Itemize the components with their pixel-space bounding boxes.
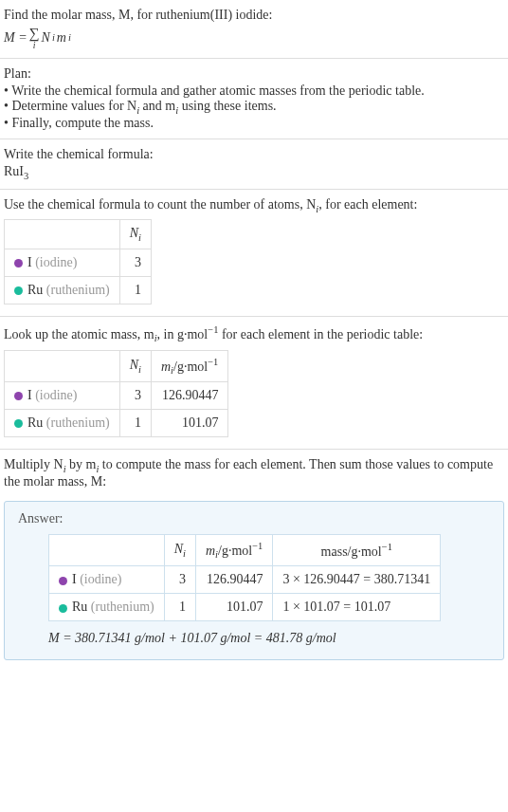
mass-calc: 1 × 101.07 = 101.07 bbox=[273, 594, 441, 621]
mass-header: mass/g·mol−1 bbox=[273, 534, 441, 565]
element-dot-icon bbox=[14, 259, 23, 268]
intro-section: Find the molar mass, M, for ruthenium(II… bbox=[0, 0, 508, 59]
step2-title-a: Use the chemical formula to count the nu… bbox=[4, 197, 316, 212]
plan-item-3: • Finally, compute the mass. bbox=[4, 116, 504, 131]
m-value: 126.90447 bbox=[151, 382, 227, 410]
plan-title: Plan: bbox=[4, 66, 504, 82]
elem-name: (iodine) bbox=[35, 255, 77, 269]
sigma-block: ∑ i bbox=[29, 25, 40, 50]
m-value: 126.90447 bbox=[195, 566, 272, 594]
elem-name: (ruthenium) bbox=[91, 600, 154, 614]
n-value: 3 bbox=[164, 566, 195, 594]
final-result: M = 380.71341 g/mol + 101.07 g/mol = 481… bbox=[48, 631, 490, 646]
table-row: Ru (ruthenium) 1 101.07 1 × 101.07 = 101… bbox=[49, 594, 441, 621]
sigma-symbol: ∑ bbox=[29, 25, 40, 41]
elem-name: (ruthenium) bbox=[46, 415, 110, 430]
element-cell: I (iodine) bbox=[5, 249, 120, 277]
step1-section: Write the chemical formula: RuI3 bbox=[0, 139, 508, 190]
step2-section: Use the chemical formula to count the nu… bbox=[0, 190, 508, 318]
answer-box: Answer: Ni mi/g·mol−1 mass/g·mol−1 I (io… bbox=[4, 501, 504, 660]
n-value: 3 bbox=[119, 249, 151, 277]
table-row: Ru (ruthenium) 1 bbox=[5, 277, 152, 304]
element-cell: Ru (ruthenium) bbox=[49, 594, 165, 621]
empty-header bbox=[5, 220, 120, 249]
element-cell: I (iodine) bbox=[5, 382, 120, 410]
m-header: mi/g·mol−1 bbox=[151, 350, 227, 381]
step4-title-a: Multiply N bbox=[4, 457, 64, 471]
table-row: I (iodine) 3 bbox=[5, 249, 152, 277]
atomic-mass-table: Ni mi/g·mol−1 I (iodine) 3 126.90447 Ru … bbox=[4, 350, 228, 437]
plan-item-1: • Write the chemical formula and gather … bbox=[4, 83, 504, 99]
intro-text: Find the molar mass, M, for ruthenium(II… bbox=[4, 8, 272, 22]
step3-title-c: for each element in the periodic table: bbox=[218, 327, 423, 341]
element-cell: I (iodine) bbox=[49, 566, 165, 594]
formula-base: RuI bbox=[4, 164, 24, 178]
n-header: Ni bbox=[119, 220, 151, 249]
elem-name: (iodine) bbox=[35, 388, 77, 402]
chemical-formula: RuI3 bbox=[4, 164, 504, 181]
element-dot-icon bbox=[14, 286, 23, 295]
elem-symbol: Ru bbox=[27, 283, 43, 297]
step3-title: Look up the atomic mass, mi, in g·mol−1 … bbox=[4, 324, 504, 343]
table-row: I (iodine) 3 126.90447 bbox=[5, 382, 228, 410]
step3-title-b: , in g·mol bbox=[157, 327, 209, 341]
element-dot-icon bbox=[14, 419, 23, 428]
step4-section: Multiply Ni by mi to compute the mass fo… bbox=[0, 450, 508, 497]
eq-lhs: M = bbox=[4, 30, 27, 46]
step4-title: Multiply Ni by mi to compute the mass fo… bbox=[4, 457, 504, 489]
eq-N: N bbox=[42, 30, 50, 46]
n-value: 1 bbox=[119, 277, 151, 304]
step3-title-sup: −1 bbox=[208, 324, 218, 335]
n-value: 3 bbox=[119, 382, 151, 410]
elem-symbol: I bbox=[27, 388, 32, 402]
eq-m: m bbox=[57, 30, 66, 46]
elem-name: (iodine) bbox=[80, 572, 121, 586]
empty-header bbox=[5, 350, 120, 381]
n-value: 1 bbox=[119, 410, 151, 437]
elem-symbol: Ru bbox=[27, 415, 43, 430]
atom-count-table: Ni I (iodine) 3 Ru (ruthenium) 1 bbox=[4, 219, 152, 304]
table-row: Ru (ruthenium) 1 101.07 bbox=[5, 410, 228, 437]
step4-title-b: by m bbox=[66, 457, 97, 471]
step2-title: Use the chemical formula to count the nu… bbox=[4, 197, 504, 214]
table-header-row: Ni mi/g·mol−1 bbox=[5, 350, 228, 381]
step1-title: Write the chemical formula: bbox=[4, 147, 504, 162]
element-cell: Ru (ruthenium) bbox=[5, 277, 120, 304]
eq-N-sub: i bbox=[52, 32, 55, 43]
elem-symbol: I bbox=[72, 572, 77, 586]
n-value: 1 bbox=[164, 594, 195, 621]
m-header: mi/g·mol−1 bbox=[195, 534, 272, 565]
step2-title-b: , for each element: bbox=[318, 197, 417, 212]
answer-label: Answer: bbox=[18, 511, 490, 526]
element-dot-icon bbox=[14, 392, 23, 400]
n-header: Ni bbox=[119, 350, 151, 381]
element-cell: Ru (ruthenium) bbox=[5, 410, 120, 437]
table-header-row: Ni bbox=[5, 220, 152, 249]
step3-section: Look up the atomic mass, mi, in g·mol−1 … bbox=[0, 317, 508, 450]
table-header-row: Ni mi/g·mol−1 mass/g·mol−1 bbox=[49, 534, 441, 565]
elem-name: (ruthenium) bbox=[46, 283, 110, 297]
intro-line1: Find the molar mass, M, for ruthenium(II… bbox=[4, 8, 504, 23]
element-dot-icon bbox=[59, 577, 67, 585]
sigma-sub: i bbox=[29, 40, 40, 50]
step3-title-a: Look up the atomic mass, m bbox=[4, 327, 154, 341]
empty-header bbox=[49, 534, 165, 565]
molar-mass-equation: M = ∑ i Nimi bbox=[4, 25, 504, 50]
plan-item-2b: and m bbox=[139, 99, 175, 113]
n-header: Ni bbox=[164, 534, 195, 565]
formula-sub: 3 bbox=[24, 171, 28, 181]
eq-m-sub: i bbox=[68, 32, 71, 43]
plan-section: Plan: • Write the chemical formula and g… bbox=[0, 59, 508, 139]
answer-content: Ni mi/g·mol−1 mass/g·mol−1 I (iodine) 3 … bbox=[48, 534, 490, 646]
table-row: I (iodine) 3 126.90447 3 × 126.90447 = 3… bbox=[49, 566, 441, 594]
plan-item-2: • Determine values for Ni and mi using t… bbox=[4, 99, 504, 116]
m-value: 101.07 bbox=[151, 410, 227, 437]
element-dot-icon bbox=[59, 604, 67, 613]
answer-table: Ni mi/g·mol−1 mass/g·mol−1 I (iodine) 3 … bbox=[48, 534, 441, 621]
plan-item-2c: using these items. bbox=[178, 99, 276, 113]
plan-item-2a: • Determine values for N bbox=[4, 99, 136, 113]
elem-symbol: Ru bbox=[72, 600, 87, 614]
mass-calc: 3 × 126.90447 = 380.71341 bbox=[273, 566, 441, 594]
m-value: 101.07 bbox=[195, 594, 272, 621]
elem-symbol: I bbox=[27, 255, 32, 269]
